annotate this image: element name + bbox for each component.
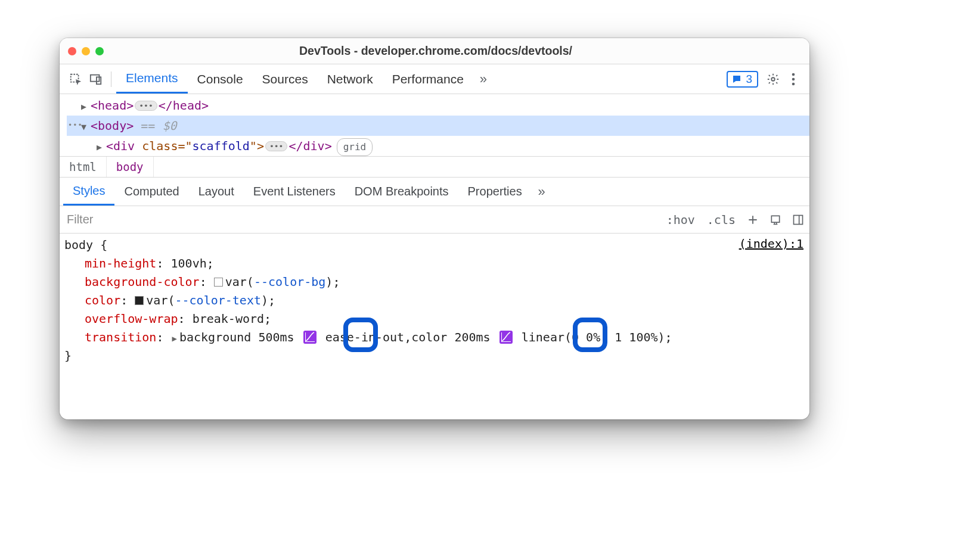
- ellipsis-badge[interactable]: •••: [265, 141, 287, 151]
- filter-row: :hov .cls: [60, 206, 809, 234]
- more-subtabs-icon[interactable]: »: [532, 182, 552, 202]
- dom-tree[interactable]: ▶<head>•••</head> ▼<body> == $0 ▶<div cl…: [60, 94, 809, 156]
- decl-overflow-wrap[interactable]: overflow-wrap: break-word;: [64, 310, 803, 328]
- color-swatch-icon[interactable]: [135, 296, 144, 305]
- svg-rect-8: [794, 215, 803, 224]
- svg-point-5: [792, 77, 795, 80]
- breadcrumb: html body: [60, 156, 809, 178]
- decl-transition[interactable]: transition: ▶background 500ms ease-in-ou…: [64, 328, 803, 347]
- dom-node-head[interactable]: ▶<head>•••</head>: [67, 95, 809, 116]
- cls-toggle[interactable]: .cls: [701, 213, 741, 227]
- rule-selector[interactable]: body {: [64, 236, 803, 254]
- subtab-dom-breakpoints[interactable]: DOM Breakpoints: [345, 178, 458, 206]
- new-style-rule-icon[interactable]: [743, 210, 763, 230]
- titlebar: DevTools - developer.chrome.com/docs/dev…: [60, 38, 809, 64]
- subtab-styles[interactable]: Styles: [63, 178, 114, 206]
- grid-badge[interactable]: grid: [337, 138, 373, 156]
- issue-count: 3: [746, 73, 752, 86]
- filter-input[interactable]: [60, 206, 660, 233]
- expand-caret-icon[interactable]: ▶: [97, 140, 104, 155]
- decl-color[interactable]: color: var(--color-text);: [64, 291, 803, 310]
- expand-shorthand-icon[interactable]: ▶: [172, 334, 177, 343]
- ellipsis-badge[interactable]: •••: [135, 101, 157, 111]
- subtab-layout[interactable]: Layout: [189, 178, 244, 206]
- tab-console[interactable]: Console: [188, 64, 253, 94]
- tab-sources[interactable]: Sources: [253, 64, 318, 94]
- computed-sidebar-icon[interactable]: [788, 210, 808, 230]
- rule-origin-link[interactable]: (index):1: [739, 235, 803, 253]
- easing-editor-icon[interactable]: [499, 331, 513, 344]
- devtools-window: DevTools - developer.chrome.com/docs/dev…: [60, 38, 809, 419]
- main-toolbar: Elements Console Sources Network Perform…: [60, 64, 809, 94]
- subtab-properties[interactable]: Properties: [458, 178, 532, 206]
- svg-point-6: [792, 82, 795, 85]
- svg-point-4: [792, 73, 795, 76]
- hov-toggle[interactable]: :hov: [660, 213, 701, 227]
- svg-rect-1: [91, 74, 100, 81]
- issues-badge[interactable]: 3: [727, 71, 758, 88]
- subtab-event-listeners[interactable]: Event Listeners: [244, 178, 345, 206]
- window-title: DevTools - developer.chrome.com/docs/dev…: [70, 44, 801, 58]
- easing-editor-icon[interactable]: [303, 331, 317, 344]
- rule-close: }: [64, 347, 803, 365]
- breadcrumb-body[interactable]: body: [107, 157, 154, 177]
- dom-node-div-scaffold[interactable]: ▶<div class="scaffold">•••</div>grid: [67, 136, 809, 156]
- tab-elements[interactable]: Elements: [116, 64, 188, 94]
- color-swatch-icon[interactable]: [214, 278, 223, 287]
- decl-background-color[interactable]: background-color: var(--color-bg);: [64, 273, 803, 291]
- tab-network[interactable]: Network: [318, 64, 383, 94]
- subtab-computed[interactable]: Computed: [114, 178, 188, 206]
- svg-rect-7: [771, 216, 779, 222]
- separator: [111, 71, 111, 87]
- decl-min-height[interactable]: min-height: 100vh;: [64, 254, 803, 273]
- rendering-icon[interactable]: [765, 210, 786, 230]
- styles-subtabs: Styles Computed Layout Event Listeners D…: [60, 178, 809, 206]
- svg-point-3: [771, 77, 775, 81]
- dom-node-body[interactable]: ▼<body> == $0: [67, 116, 809, 136]
- collapse-caret-icon[interactable]: ▼: [81, 120, 88, 135]
- styles-pane[interactable]: (index):1 body { min-height: 100vh; back…: [60, 234, 809, 371]
- more-tabs-icon[interactable]: »: [473, 69, 494, 89]
- settings-icon[interactable]: [763, 69, 783, 89]
- expand-caret-icon[interactable]: ▶: [81, 99, 88, 115]
- inspect-element-icon[interactable]: [66, 69, 86, 89]
- tab-performance[interactable]: Performance: [383, 64, 473, 94]
- device-toolbar-icon[interactable]: [86, 69, 106, 89]
- breadcrumb-html[interactable]: html: [60, 157, 107, 177]
- kebab-menu-icon[interactable]: [783, 69, 803, 89]
